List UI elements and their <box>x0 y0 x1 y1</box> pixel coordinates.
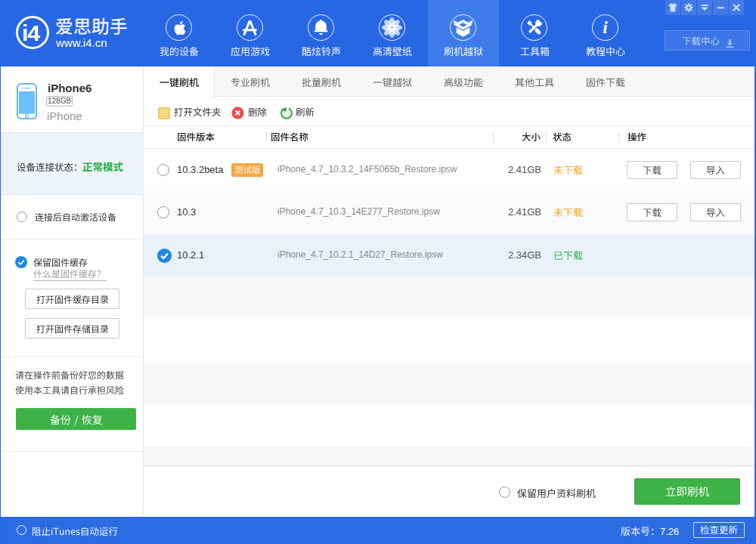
svg-text:i: i <box>603 17 608 37</box>
